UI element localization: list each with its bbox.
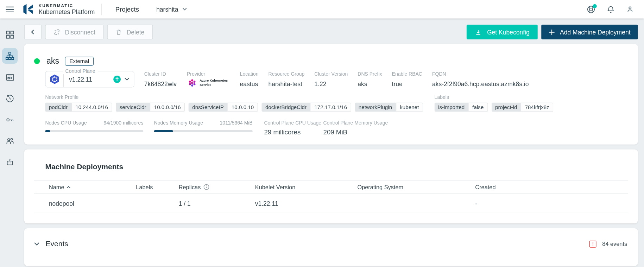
nodes-cpu-usage-value: 94/1900 millicores bbox=[103, 120, 143, 126]
brand-text: KUBERMATIC Kubernetes Platform bbox=[39, 3, 95, 15]
project-switcher[interactable]: harshita bbox=[156, 6, 187, 13]
kubermatic-logo-icon[interactable] bbox=[22, 3, 35, 15]
nodes-cpu-progress-bar bbox=[45, 130, 143, 132]
labels-group: Labels is-imported false project-id 784k… bbox=[435, 94, 554, 112]
column-header-labels: Labels bbox=[136, 184, 178, 190]
sort-asc-icon bbox=[67, 186, 71, 188]
column-header-kubelet-version: Kubelet Version bbox=[255, 184, 358, 190]
chip-project-id: project-id 784kfrjx8z bbox=[492, 103, 554, 112]
nodes-memory-usage-label: Nodes Memory Usage bbox=[154, 120, 203, 126]
machine-deployments-card: Machine Deployments Name Labels Replicas bbox=[24, 150, 638, 223]
aks-provider-logo-icon bbox=[187, 78, 197, 88]
events-title: Events bbox=[46, 240, 68, 248]
control-plane-memory-usage: Control Plane Memory Usage 209 MiB bbox=[323, 120, 371, 136]
chevron-down-icon bbox=[34, 242, 39, 246]
events-card: Events ! 84 events bbox=[24, 228, 638, 266]
cluster-name: aks bbox=[46, 56, 59, 66]
chip-is-imported: is-imported false bbox=[435, 103, 488, 112]
hamburger-menu-icon[interactable] bbox=[6, 5, 14, 14]
nodes-memory-usage-value: 1011/5364 MiB bbox=[220, 120, 253, 126]
sidebar-item-ssh-keys[interactable] bbox=[2, 112, 18, 128]
nodes-cpu-usage: Nodes CPU Usage 94/1900 millicores bbox=[45, 120, 143, 136]
machine-deployments-title: Machine Deployments bbox=[45, 150, 628, 171]
ssh-key-icon bbox=[5, 115, 14, 125]
events-warning-icon: ! bbox=[589, 240, 596, 247]
control-plane-label: Control Plane bbox=[63, 68, 98, 74]
clusters-tree-icon bbox=[5, 51, 14, 61]
labels-label: Labels bbox=[435, 94, 554, 100]
chip-docker-bridge-cidr: dockerBridgeCidr 172.17.0.1/16 bbox=[261, 103, 351, 112]
column-header-name[interactable]: Name bbox=[49, 184, 136, 190]
user-account-icon[interactable] bbox=[626, 5, 634, 14]
trash-icon bbox=[115, 28, 122, 36]
disconnect-button-label: Disconnect bbox=[65, 28, 95, 36]
detail-provider: Provider Azure Kubernete bbox=[187, 71, 230, 88]
nav-projects-link[interactable]: Projects bbox=[115, 6, 139, 13]
sidebar-item-external-clusters[interactable] bbox=[2, 69, 18, 85]
chip-service-cidr: serviceCidr 10.0.0.0/16 bbox=[116, 103, 185, 112]
chip-network-plugin: networkPlugin kubenet bbox=[355, 103, 423, 112]
sidebar-item-service-accounts[interactable] bbox=[2, 155, 18, 170]
notifications-bell-icon[interactable] bbox=[607, 5, 615, 14]
header-divider bbox=[101, 4, 102, 15]
row-created: - bbox=[475, 200, 628, 207]
project-switcher-label: harshita bbox=[156, 6, 178, 13]
info-icon[interactable] bbox=[203, 184, 209, 190]
help-icon[interactable] bbox=[587, 5, 596, 14]
detail-fqdn: FQDN aks-2f2f90a6.hcp.eastus.azmk8s.io bbox=[432, 71, 529, 88]
brand-subtitle: Kubernetes Platform bbox=[39, 8, 95, 15]
sidebar-item-members[interactable] bbox=[2, 133, 18, 149]
provider-name: Azure Kubernetes Service bbox=[200, 79, 230, 87]
network-profile-label: Network Profile bbox=[45, 94, 423, 100]
main-content: Disconnect Delete Get Kubeconfig Add Mac… bbox=[20, 19, 644, 267]
control-plane-cpu-usage: Control Plane CPU Usage 29 millicores bbox=[264, 120, 323, 136]
top-bar: KUBERMATIC Kubernetes Platform Projects … bbox=[0, 0, 644, 19]
members-people-icon bbox=[5, 137, 14, 146]
control-plane-version: v1.22.11 bbox=[69, 76, 92, 83]
brand-name: KUBERMATIC bbox=[39, 3, 95, 8]
get-kubeconfig-button[interactable]: Get Kubeconfig bbox=[467, 25, 538, 39]
left-sidebar bbox=[0, 19, 20, 267]
row-name: nodepool bbox=[49, 200, 136, 207]
external-badge: External bbox=[65, 56, 94, 65]
back-button[interactable] bbox=[24, 25, 42, 39]
control-plane-version-box[interactable]: Control Plane v1.22.11 bbox=[45, 71, 134, 88]
chip-dns-service-ip: dnsServiceIP 10.0.0.10 bbox=[189, 103, 258, 112]
version-upgrade-icon[interactable] bbox=[113, 76, 121, 83]
cluster-status-dot bbox=[34, 58, 40, 64]
add-machine-deployment-button[interactable]: Add Machine Deployment bbox=[542, 25, 638, 39]
detail-dns-prefix: DNS Prefix aks bbox=[358, 71, 382, 88]
machine-deployments-table: Name Labels Replicas Kubelet Version bbox=[34, 180, 628, 213]
row-replicas: 1 / 1 bbox=[179, 200, 255, 207]
notification-badge-dot bbox=[593, 4, 597, 8]
disconnect-link-off-icon bbox=[53, 28, 61, 36]
nodes-memory-usage: Nodes Memory Usage 1011/5364 MiB bbox=[154, 120, 253, 136]
delete-button[interactable]: Delete bbox=[107, 25, 153, 39]
disconnect-button[interactable]: Disconnect bbox=[45, 25, 103, 39]
service-account-robot-icon bbox=[5, 158, 14, 167]
sidebar-item-clusters[interactable] bbox=[2, 48, 18, 64]
column-header-operating-system: Operating System bbox=[357, 184, 475, 190]
nodes-cpu-usage-label: Nodes CPU Usage bbox=[45, 120, 87, 126]
download-icon bbox=[475, 28, 482, 36]
chip-pod-cidr: podCidr 10.244.0.0/16 bbox=[45, 103, 112, 112]
app-window: KUBERMATIC Kubernetes Platform Projects … bbox=[0, 0, 644, 267]
delete-button-label: Delete bbox=[127, 28, 145, 36]
kubernetes-logo-icon bbox=[49, 74, 59, 84]
cluster-details-card: aks External Control Plane v1 bbox=[24, 44, 638, 145]
row-kubelet-version: v1.22.11 bbox=[255, 200, 358, 207]
cluster-toolbar: Disconnect Delete Get Kubeconfig Add Mac… bbox=[24, 25, 638, 39]
sidebar-item-backups[interactable] bbox=[2, 91, 18, 106]
column-header-created: Created bbox=[475, 184, 628, 190]
detail-resource-group: Resource Group harshita-test bbox=[269, 71, 305, 88]
overview-grid-icon bbox=[6, 30, 14, 39]
plus-icon bbox=[549, 29, 555, 35]
machine-deployment-row[interactable]: nodepool 1 / 1 v1.22.11 - bbox=[34, 194, 628, 213]
detail-cluster-id: Cluster ID 7k64822wlv bbox=[144, 71, 177, 88]
detail-location: Location eastus bbox=[240, 71, 259, 88]
events-count: 84 events bbox=[602, 241, 627, 247]
sidebar-item-overview[interactable] bbox=[2, 27, 18, 42]
network-profile-group: Network Profile podCidr 10.244.0.0/16 se… bbox=[45, 94, 423, 112]
events-expander[interactable]: Events ! 84 events bbox=[34, 228, 628, 260]
column-header-replicas: Replicas bbox=[179, 184, 255, 190]
